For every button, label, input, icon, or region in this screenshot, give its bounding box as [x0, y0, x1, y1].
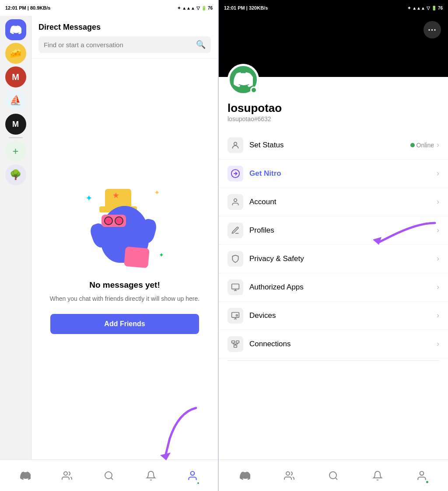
profile-tab[interactable]: [182, 465, 203, 487]
sidebar-m-dark[interactable]: M: [5, 114, 26, 135]
search-tab[interactable]: [98, 465, 120, 487]
settings-item-devices[interactable]: Devices ›: [219, 302, 448, 330]
bottom-nav-left: [0, 460, 218, 491]
search-icon: 🔍: [196, 40, 206, 49]
dm-panel: Direct Messages 🔍 ✦ ✦ ★: [32, 16, 218, 460]
svg-point-5: [234, 142, 237, 145]
chevron-right-icon: ›: [437, 140, 439, 150]
account-right: ›: [437, 197, 439, 206]
settings-item-authorized-apps[interactable]: Authorized Apps ›: [219, 273, 448, 302]
username: losupotao: [228, 102, 439, 115]
search-tab-r[interactable]: [322, 465, 344, 487]
sidebar-red-m[interactable]: M: [5, 66, 26, 87]
settings-item-connections[interactable]: Connections ›: [219, 330, 448, 359]
settings-list: Set Status Online › Get Nitro ›: [219, 128, 448, 460]
empty-title: No messages yet!: [89, 280, 160, 290]
more-options-button[interactable]: ···: [424, 21, 441, 38]
discord-home-tab-r[interactable]: [234, 465, 256, 487]
online-badge: Online: [410, 142, 434, 149]
sidebar-divider: [9, 137, 23, 138]
status-bar-left: 12:01 PM | 80.9KB/s ✦ ▲▲▲ ▽ 🔋 76: [0, 0, 218, 16]
signal-icon: ▲▲▲: [182, 6, 195, 10]
friends-tab-r[interactable]: [278, 465, 300, 487]
svg-point-23: [420, 471, 424, 475]
search-box[interactable]: 🔍: [38, 36, 211, 53]
discriminator: losupotao#6632: [228, 115, 439, 122]
wifi-icon: ▽: [196, 6, 200, 10]
account-icon: [228, 194, 243, 210]
sidebar-sail[interactable]: ⛵: [5, 90, 26, 111]
set-status-right: Online ›: [410, 140, 439, 150]
devices-right: ›: [437, 311, 439, 320]
privacy-icon: [228, 251, 243, 267]
svg-point-3: [191, 471, 195, 475]
chevron-right-icon-connections: ›: [437, 339, 439, 348]
chevron-right-icon-privacy: ›: [437, 254, 439, 263]
privacy-right: ›: [437, 254, 439, 263]
set-status-icon: [228, 137, 243, 153]
get-nitro-label: Get Nitro: [249, 169, 437, 178]
profile-tab-r[interactable]: [411, 465, 433, 487]
svg-point-21: [329, 472, 336, 479]
chevron-right-icon-nitro: ›: [437, 169, 439, 178]
wumpus-illustration: ✦ ✦ ★: [77, 184, 173, 272]
phone-right: 12:01 PM | 320KB/s ✦ ▲▲▲ ▽ 🔋 76 ··· losu…: [219, 0, 448, 491]
sidebar-add-server[interactable]: +: [5, 141, 26, 162]
bluetooth-icon-r: ✦: [407, 6, 411, 10]
phone-left: 12:01 PM | 80.9KB/s ✦ ▲▲▲ ▽ 🔋 76 🧀 M ⛵ M…: [0, 0, 219, 491]
online-dot-sm: [410, 143, 415, 147]
status-time-right: 12:01 PM | 320KB/s: [224, 5, 268, 10]
profiles-icon: [228, 223, 243, 238]
get-nitro-right: ›: [437, 169, 439, 178]
friends-tab[interactable]: [56, 465, 78, 487]
connections-label: Connections: [249, 340, 437, 348]
sidebar-tree[interactable]: 🌳: [5, 164, 26, 185]
profiles-label: Profiles: [249, 226, 437, 235]
add-friends-button[interactable]: Add Friends: [50, 314, 199, 334]
dm-title: Direct Messages: [38, 23, 211, 32]
avatar-online-dot: [250, 87, 257, 94]
svg-point-0: [64, 472, 67, 475]
settings-item-set-status[interactable]: Set Status Online ›: [219, 131, 448, 160]
svg-line-2: [111, 477, 113, 479]
chevron-right-icon-profiles: ›: [437, 226, 439, 235]
account-label: Account: [249, 198, 437, 206]
empty-subtitle: When you chat with friends directly it w…: [50, 294, 200, 303]
settings-item-account[interactable]: Account ›: [219, 188, 448, 216]
authorized-apps-right: ›: [437, 282, 439, 292]
notifications-tab-r[interactable]: [367, 465, 388, 487]
chevron-right-icon-account: ›: [437, 197, 439, 206]
discord-home-tab[interactable]: [14, 465, 36, 487]
devices-label: Devices: [249, 311, 437, 320]
status-bar-right: 12:01 PM | 320KB/s ✦ ▲▲▲ ▽ 🔋 76: [219, 0, 448, 16]
svg-line-22: [336, 477, 337, 479]
status-icons-left: ✦ ▲▲▲ ▽ 🔋 76: [177, 6, 213, 10]
get-nitro-icon: [228, 166, 243, 181]
settings-item-profiles[interactable]: Profiles ›: [219, 216, 448, 245]
sidebar-discord-home[interactable]: [5, 19, 26, 40]
left-content: 🧀 M ⛵ M + 🌳 Direct Messages 🔍 ✦ ✦: [0, 16, 218, 460]
status-icons-right: ✦ ▲▲▲ ▽ 🔋 76: [407, 6, 443, 10]
sidebar-cheese[interactable]: 🧀: [5, 43, 26, 64]
settings-item-get-nitro[interactable]: Get Nitro ›: [219, 160, 448, 188]
search-input[interactable]: [44, 41, 192, 49]
online-text: Online: [416, 142, 434, 149]
wumpus-figure: ★: [96, 202, 153, 272]
sparkle-tl-icon: ✦: [85, 193, 93, 203]
speech-bubble: [124, 247, 150, 268]
bluetooth-icon: ✦: [177, 6, 181, 10]
svg-rect-8: [232, 284, 239, 289]
sidebar: 🧀 M ⛵ M + 🌳: [0, 16, 32, 460]
notifications-tab[interactable]: [140, 465, 162, 487]
privacy-label: Privacy & Safety: [249, 254, 437, 263]
authorized-apps-label: Authorized Apps: [249, 283, 437, 292]
signal-icon-r: ▲▲▲: [412, 6, 425, 10]
svg-point-1: [105, 472, 112, 479]
sparkle-br-icon: ✦: [159, 251, 164, 258]
hat-star-icon: ★: [112, 191, 119, 200]
settings-item-privacy[interactable]: Privacy & Safety ›: [219, 245, 448, 273]
svg-rect-12: [236, 314, 238, 316]
profile-info-section: losupotao losupotao#6632: [219, 77, 448, 128]
svg-rect-15: [234, 345, 237, 347]
battery-level-left: 76: [208, 6, 213, 10]
